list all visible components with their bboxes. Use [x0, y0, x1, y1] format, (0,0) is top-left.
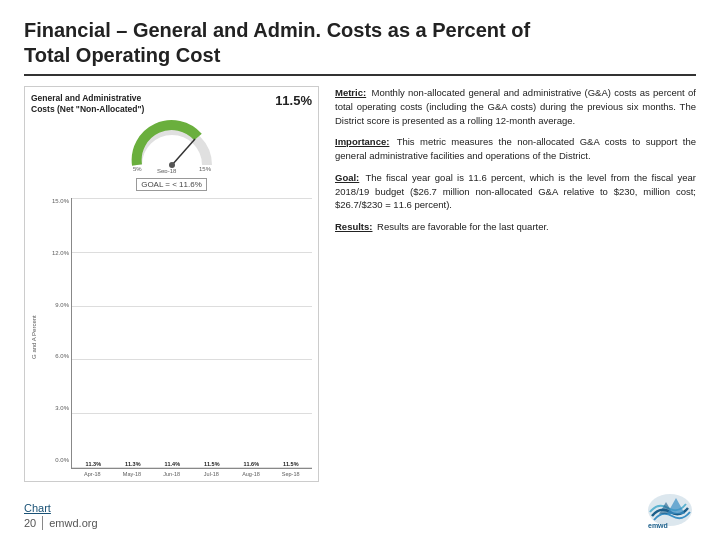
bar-value-label: 11.6% — [243, 461, 259, 467]
y-axis: 15.0% 12.0% 9.0% 6.0% 3.0% 0.0% — [41, 198, 69, 477]
footer: Chart 20 emwd.org emwd — [24, 488, 696, 530]
bar-value-label: 11.3% — [85, 461, 101, 467]
grid-lines — [72, 198, 312, 468]
chart-link[interactable]: Chart — [24, 502, 98, 514]
page-number: 20 — [24, 517, 36, 529]
text-section: Results: Results are favorable for the l… — [335, 220, 696, 234]
gauge-svg: 5% 15% Sep-18 — [127, 119, 217, 173]
section-label: Metric: — [335, 87, 366, 98]
chart-panel: General and AdministrativeCosts (Net "No… — [24, 86, 319, 482]
section-label: Goal: — [335, 172, 359, 183]
bars-container: 11.3%11.3%11.4%11.5%11.6%11.5% Apr-18May… — [71, 198, 312, 477]
page: Financial – General and Admin. Costs as … — [0, 0, 720, 540]
svg-text:Sep-18: Sep-18 — [157, 168, 177, 173]
x-label: Aug-18 — [234, 471, 269, 477]
section-label: Results: — [335, 221, 372, 232]
emwd-logo: emwd — [644, 488, 696, 530]
x-labels: Apr-18May-18Jun-18Jul-18Aug-18Sep-18 — [71, 469, 312, 477]
site-url: emwd.org — [49, 517, 97, 529]
bar-value-label: 11.5% — [283, 461, 299, 467]
bar-group: 11.4% — [155, 461, 190, 468]
gauge-area: 5% 15% Sep-18 — [31, 119, 312, 173]
y-axis-title: G and A Percent — [31, 198, 37, 477]
content-row: General and AdministrativeCosts (Net "No… — [24, 86, 696, 482]
bar-group: 11.5% — [195, 461, 230, 468]
bar-chart: G and A Percent 15.0% 12.0% 9.0% 6.0% 3.… — [31, 198, 312, 477]
bar-group: 11.3% — [116, 461, 151, 468]
section-label: Importance: — [335, 136, 389, 147]
footer-left: Chart 20 emwd.org — [24, 502, 98, 530]
gauge-value: 11.5% — [275, 93, 312, 108]
gauge-header: General and AdministrativeCosts (Net "No… — [31, 93, 312, 115]
x-label: Sep-18 — [273, 471, 308, 477]
svg-line-0 — [172, 139, 195, 165]
x-label: May-18 — [115, 471, 150, 477]
svg-text:emwd: emwd — [648, 522, 668, 529]
x-label: Jul-18 — [194, 471, 229, 477]
bar-group: 11.6% — [234, 461, 269, 468]
bar-value-label: 11.4% — [164, 461, 180, 467]
goal-label: GOAL = < 11.6% — [136, 178, 207, 191]
text-section: Goal: The fiscal year goal is 11.6 perce… — [335, 171, 696, 212]
text-panel: Metric: Monthly non-allocated general an… — [335, 86, 696, 482]
text-section: Importance: This metric measures the non… — [335, 135, 696, 163]
bar-value-label: 11.5% — [204, 461, 220, 467]
page-divider — [42, 516, 43, 530]
svg-text:5%: 5% — [133, 166, 142, 172]
bar-group: 11.5% — [274, 461, 309, 468]
svg-text:15%: 15% — [199, 166, 212, 172]
bars-area: 11.3%11.3%11.4%11.5%11.6%11.5% — [71, 198, 312, 469]
bar-value-label: 11.3% — [125, 461, 141, 467]
text-section: Metric: Monthly non-allocated general an… — [335, 86, 696, 127]
title-divider — [24, 74, 696, 76]
gauge-label: General and AdministrativeCosts (Net "No… — [31, 93, 144, 115]
footer-page: 20 emwd.org — [24, 516, 98, 530]
x-label: Jun-18 — [154, 471, 189, 477]
page-title: Financial – General and Admin. Costs as … — [24, 18, 696, 68]
bar-group: 11.3% — [76, 461, 111, 468]
x-label: Apr-18 — [75, 471, 110, 477]
